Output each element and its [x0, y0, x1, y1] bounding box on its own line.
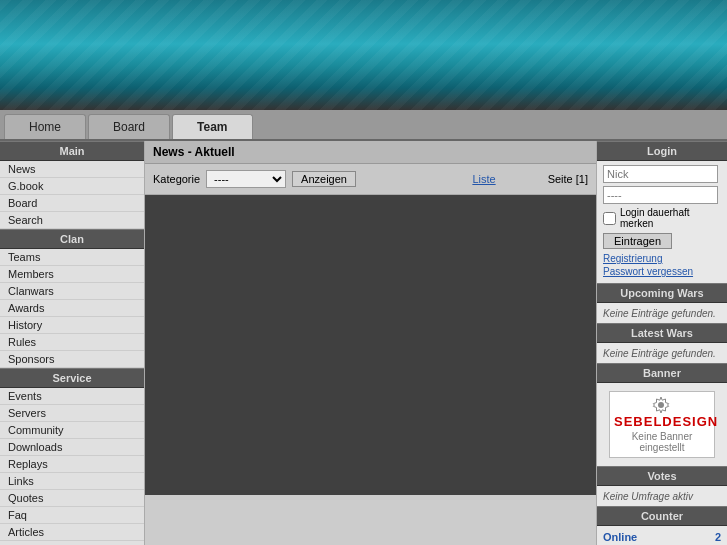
sidebar-item-board[interactable]: Board: [0, 195, 144, 212]
nick-input[interactable]: [603, 165, 718, 183]
page-indicator: Seite [1]: [548, 173, 588, 185]
sidebar-item-events[interactable]: Events: [0, 388, 144, 405]
filter-label: Kategorie: [153, 173, 200, 185]
sidebar-item-search[interactable]: Search: [0, 212, 144, 229]
login-header: Login: [597, 141, 727, 161]
svg-point-0: [658, 402, 664, 408]
password-input[interactable]: [603, 186, 718, 204]
sidebar-service-header: Service: [0, 368, 144, 388]
votes-header: Votes: [597, 466, 727, 486]
tab-team[interactable]: Team: [172, 114, 252, 139]
sidebar-item-news[interactable]: News: [0, 161, 144, 178]
main-content: News - Aktuell Kategorie ---- Anzeigen L…: [145, 141, 597, 545]
counter-online-row: Online 2: [603, 530, 721, 544]
upcoming-wars-body: Keine Einträge gefunden.: [597, 303, 727, 323]
sidebar-item-teams[interactable]: Teams: [0, 249, 144, 266]
banner-header: Banner: [597, 363, 727, 383]
sidebar-clan-header: Clan: [0, 229, 144, 249]
counter-header: Counter: [597, 506, 727, 526]
latest-wars-header: Latest Wars: [597, 323, 727, 343]
sidebar-item-downloads[interactable]: Downloads: [0, 439, 144, 456]
banner-logo-text: SEBELDESIGN: [614, 414, 718, 429]
filter-button[interactable]: Anzeigen: [292, 171, 356, 187]
sidebar-item-awards[interactable]: Awards: [0, 300, 144, 317]
forgot-password-link[interactable]: Passwort vergessen: [603, 266, 721, 277]
sidebar-item-articles[interactable]: Articles: [0, 524, 144, 541]
sidebar-item-members[interactable]: Members: [0, 266, 144, 283]
votes-empty: Keine Umfrage aktiv: [603, 488, 693, 505]
main-layout: Main News G.book Board Search Clan Teams…: [0, 141, 727, 545]
counter-online-label: Online: [603, 531, 637, 543]
sidebar-item-replays[interactable]: Replays: [0, 456, 144, 473]
sidebar-item-gallery[interactable]: Gallery: [0, 541, 144, 545]
upcoming-empty: Keine Einträge gefunden.: [603, 305, 716, 322]
main-nav: Home Board Team: [0, 110, 727, 141]
remember-checkbox[interactable]: [603, 212, 616, 225]
login-section: Login dauerhaft merken Eintragen Registr…: [597, 161, 727, 283]
sidebar-item-quotes[interactable]: Quotes: [0, 490, 144, 507]
banner-logo: SEBELDESIGN: [614, 396, 710, 429]
latest-empty: Keine Einträge gefunden.: [603, 345, 716, 362]
upcoming-wars-header: Upcoming Wars: [597, 283, 727, 303]
sidebar-item-faq[interactable]: Faq: [0, 507, 144, 524]
tab-home[interactable]: Home: [4, 114, 86, 139]
counter-body: Online 2 Heute 3 Gestern 9 Monat 76: [597, 526, 727, 545]
remember-label: Login dauerhaft merken: [620, 207, 721, 229]
sidebar-item-history[interactable]: History: [0, 317, 144, 334]
left-sidebar: Main News G.book Board Search Clan Teams…: [0, 141, 145, 545]
remember-row: Login dauerhaft merken: [603, 207, 721, 229]
content-body: [145, 195, 596, 495]
category-select[interactable]: ----: [206, 170, 286, 188]
sidebar-item-links[interactable]: Links: [0, 473, 144, 490]
banner-gear-icon: [652, 396, 670, 414]
sidebar-item-servers[interactable]: Servers: [0, 405, 144, 422]
tab-board[interactable]: Board: [88, 114, 170, 139]
content-filter-bar: Kategorie ---- Anzeigen Liste Seite [1]: [145, 164, 596, 195]
right-sidebar: Login Login dauerhaft merken Eintragen R…: [597, 141, 727, 545]
content-header: News - Aktuell: [145, 141, 596, 164]
counter-online-value: 2: [715, 531, 721, 543]
sidebar-main-header: Main: [0, 141, 144, 161]
sidebar-item-community[interactable]: Community: [0, 422, 144, 439]
banner-box[interactable]: SEBELDESIGN Keine Banner eingestellt: [609, 391, 715, 458]
login-button[interactable]: Eintragen: [603, 233, 672, 249]
register-link[interactable]: Registrierung: [603, 253, 721, 264]
banner-no-banner: Keine Banner eingestellt: [614, 431, 710, 453]
list-link[interactable]: Liste: [472, 173, 495, 185]
votes-body: Keine Umfrage aktiv: [597, 486, 727, 506]
latest-wars-body: Keine Einträge gefunden.: [597, 343, 727, 363]
sidebar-item-gbook[interactable]: G.book: [0, 178, 144, 195]
sidebar-item-sponsors[interactable]: Sponsors: [0, 351, 144, 368]
sidebar-item-rules[interactable]: Rules: [0, 334, 144, 351]
site-banner: [0, 0, 727, 110]
banner-body: SEBELDESIGN Keine Banner eingestellt: [597, 383, 727, 466]
sidebar-item-clanwars[interactable]: Clanwars: [0, 283, 144, 300]
